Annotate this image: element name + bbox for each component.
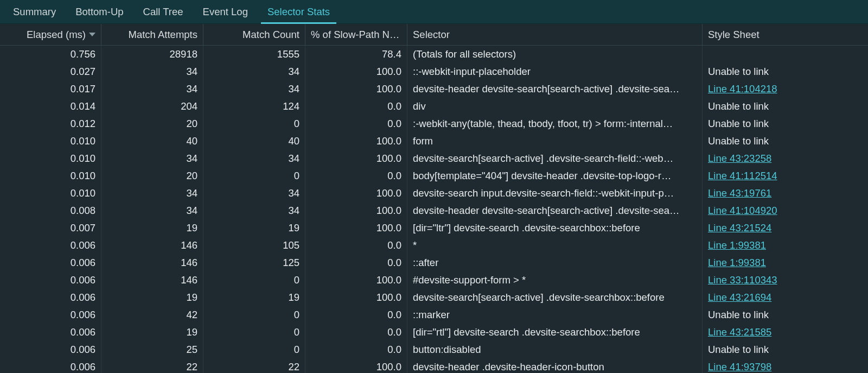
table-row[interactable]: 0.0122000.0:-webkit-any(table, thead, tb… [0,115,868,132]
table-row[interactable]: 0.0071919100.0[dir="ltr"] devsite-search… [0,219,868,237]
table-row[interactable]: 0.0083434100.0devsite-header devsite-sea… [0,202,868,219]
cell-slow: 100.0 [305,358,407,373]
cell-selector: ::marker [407,306,703,324]
table-row[interactable]: 0.0104040100.0formUnable to link [0,132,868,150]
cell-elapsed: 0.006 [0,358,101,373]
cell-count: 0 [203,271,305,289]
cell-count: 34 [203,202,305,219]
style-sheet-link[interactable]: Line 43:21694 [708,292,771,304]
cell-slow: 0.0 [305,237,407,254]
cell-attempts: 146 [101,271,203,289]
cell-style-sheet: Line 41:93798 [703,358,868,373]
table-row[interactable]: 0.0061461250.0::afterLine 1:99381 [0,254,868,271]
cell-attempts: 34 [101,185,203,202]
col-header-match-count[interactable]: Match Count [203,24,305,45]
cell-selector: devsite-search[search-active] .devsite-s… [407,150,703,167]
cell-style-sheet: Line 41:112514 [703,167,868,185]
style-sheet-link[interactable]: Line 1:99381 [708,257,766,269]
cell-count: 0 [203,341,305,358]
cell-selector: * [407,237,703,254]
style-sheet-link[interactable]: Line 41:104920 [708,205,777,217]
cell-style-sheet: Unable to link [703,63,868,80]
cell-selector: button:disabled [407,341,703,358]
cell-attempts: 28918 [101,46,203,63]
table-row[interactable]: 0.0061900.0[dir="rtl"] devsite-search .d… [0,324,868,341]
table-row[interactable]: 0.0062500.0button:disabledUnable to link [0,341,868,358]
table-row[interactable]: 0.0062222100.0devsite-header .devsite-he… [0,358,868,373]
style-sheet-link[interactable]: Line 43:23258 [708,153,771,165]
table-row[interactable]: 0.0173434100.0devsite-header devsite-sea… [0,80,868,98]
cell-slow: 0.0 [305,341,407,358]
style-sheet-link[interactable]: Line 41:112514 [708,170,777,182]
tab-label: Bottom-Up [75,6,123,18]
style-sheet-link[interactable]: Line 41:104218 [708,83,777,95]
col-header-match-attempts[interactable]: Match Attempts [101,24,203,45]
cell-elapsed: 0.008 [0,202,101,219]
table-row[interactable]: 0.75628918155578.4(Totals for all select… [0,46,868,63]
table-row[interactable]: 0.0064200.0::markerUnable to link [0,306,868,324]
cell-elapsed: 0.007 [0,219,101,237]
col-header-label: Style Sheet [708,29,760,41]
table-row[interactable]: 0.0103434100.0devsite-search input.devsi… [0,185,868,202]
cell-attempts: 146 [101,254,203,271]
cell-slow: 100.0 [305,271,407,289]
cell-attempts: 34 [101,63,203,80]
tab-label: Summary [13,6,56,18]
cell-elapsed: 0.017 [0,80,101,98]
cell-style-sheet: Line 41:104920 [703,202,868,219]
tab-selector-stats[interactable]: Selector Stats [258,0,340,23]
cell-count: 22 [203,358,305,373]
cell-style-sheet: Line 43:23258 [703,150,868,167]
table-row[interactable]: 0.0061919100.0devsite-search[search-acti… [0,289,868,306]
cell-elapsed: 0.010 [0,185,101,202]
tab-bottom-up[interactable]: Bottom-Up [66,0,133,23]
style-sheet-link[interactable]: Line 43:21585 [708,326,771,338]
cell-selector: form [407,132,703,150]
cell-elapsed: 0.010 [0,132,101,150]
cell-elapsed: 0.012 [0,115,101,132]
col-header-slow-path[interactable]: % of Slow-Path N… [305,24,407,45]
cell-elapsed: 0.010 [0,167,101,185]
cell-slow: 100.0 [305,80,407,98]
cell-selector: devsite-search input.devsite-search-fiel… [407,185,703,202]
table-row[interactable]: 0.0061461050.0*Line 1:99381 [0,237,868,254]
cell-count: 0 [203,115,305,132]
tab-call-tree[interactable]: Call Tree [133,0,193,23]
table-row[interactable]: 0.0142041240.0divUnable to link [0,98,868,115]
cell-elapsed: 0.014 [0,98,101,115]
cell-attempts: 25 [101,341,203,358]
cell-selector: [dir="rtl"] devsite-search .devsite-sear… [407,324,703,341]
cell-style-sheet [703,46,868,63]
cell-slow: 78.4 [305,46,407,63]
tab-event-log[interactable]: Event Log [193,0,258,23]
style-sheet-link[interactable]: Line 33:110343 [708,274,777,286]
tab-summary[interactable]: Summary [3,0,66,23]
cell-count: 1555 [203,46,305,63]
cell-attempts: 19 [101,289,203,306]
cell-attempts: 19 [101,219,203,237]
cell-style-sheet: Unable to link [703,115,868,132]
cell-style-sheet: Line 43:21585 [703,324,868,341]
cell-selector: ::after [407,254,703,271]
cell-selector: ::-webkit-input-placeholder [407,63,703,80]
cell-style-sheet: Line 43:21524 [703,219,868,237]
col-header-selector[interactable]: Selector [407,24,703,45]
col-header-elapsed[interactable]: Elapsed (ms) [0,24,101,45]
cell-count: 0 [203,324,305,341]
cell-attempts: 20 [101,167,203,185]
col-header-style-sheet[interactable]: Style Sheet [703,24,868,45]
cell-style-sheet: Line 43:19761 [703,185,868,202]
style-sheet-link[interactable]: Line 41:93798 [708,361,771,373]
cell-attempts: 204 [101,98,203,115]
cell-style-sheet: Unable to link [703,132,868,150]
table-row[interactable]: 0.0273434100.0::-webkit-input-placeholde… [0,63,868,80]
table-row[interactable]: 0.0103434100.0devsite-search[search-acti… [0,150,868,167]
cell-slow: 100.0 [305,150,407,167]
cell-count: 34 [203,80,305,98]
table-row[interactable]: 0.0061460100.0#devsite-support-form > *L… [0,271,868,289]
cell-slow: 0.0 [305,167,407,185]
style-sheet-link[interactable]: Line 43:21524 [708,222,771,234]
style-sheet-link[interactable]: Line 1:99381 [708,239,766,251]
table-row[interactable]: 0.0102000.0body[template="404"] devsite-… [0,167,868,185]
style-sheet-link[interactable]: Line 43:19761 [708,187,771,199]
